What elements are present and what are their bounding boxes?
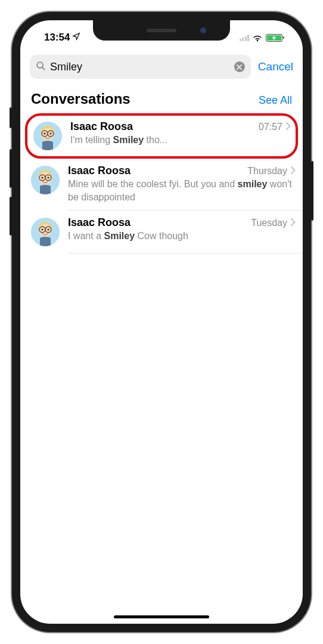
contact-name: Isaac Roosa <box>68 216 131 229</box>
timestamp: 07:57 <box>259 122 282 132</box>
screen: 13:54 <box>20 20 303 624</box>
volume-down-button <box>10 197 12 236</box>
cancel-button[interactable]: Cancel <box>258 60 293 73</box>
phone-frame: 13:54 <box>12 12 311 632</box>
status-time: 13:54 <box>44 32 70 44</box>
avatar <box>31 218 60 246</box>
svg-point-14 <box>47 177 49 178</box>
conversation-row[interactable]: Isaac Roosa Thursday Mine will be the co… <box>20 159 303 210</box>
svg-point-7 <box>44 132 45 134</box>
svg-point-20 <box>47 229 49 231</box>
clear-search-button[interactable] <box>234 61 245 72</box>
location-arrow-icon <box>72 32 80 44</box>
svg-point-19 <box>41 229 43 231</box>
search-input[interactable]: Smiley <box>50 61 230 73</box>
results-list: Isaac Roosa 07:57 I'm telling Smiley tho… <box>20 113 303 253</box>
contact-name: Isaac Roosa <box>70 120 133 133</box>
conversation-row[interactable]: Isaac Roosa 07:57 I'm telling Smiley tho… <box>25 113 298 159</box>
section-header: Conversations See All <box>20 86 303 113</box>
battery-icon <box>266 34 282 42</box>
timestamp: Thursday <box>247 166 287 177</box>
avatar <box>33 122 62 150</box>
svg-point-8 <box>49 132 51 134</box>
notch <box>93 20 230 41</box>
signal-strength-icon <box>240 34 250 41</box>
timestamp: Tuesday <box>251 218 287 228</box>
home-indicator[interactable] <box>114 615 209 618</box>
chevron-right-icon <box>291 218 296 228</box>
front-camera <box>200 27 206 33</box>
see-all-button[interactable]: See All <box>259 94 292 107</box>
wifi-icon <box>252 34 263 42</box>
search-icon <box>36 61 46 73</box>
volume-up-button <box>10 149 12 188</box>
message-preview: I'm telling Smiley tho... <box>70 134 291 147</box>
chevron-right-icon <box>286 122 291 132</box>
search-field[interactable]: Smiley <box>30 55 251 79</box>
chevron-right-icon <box>291 166 296 177</box>
power-button <box>311 161 313 221</box>
message-preview: Mine will be the coolest fyi. But you an… <box>68 178 296 203</box>
message-preview: I want a Smiley Cow though <box>68 230 296 243</box>
contact-name: Isaac Roosa <box>68 165 131 177</box>
mute-switch <box>10 107 12 128</box>
conversation-row[interactable]: Isaac Roosa Tuesday I want a Smiley Cow … <box>20 210 303 253</box>
section-title: Conversations <box>31 91 131 107</box>
speaker-grille <box>147 29 176 32</box>
svg-line-1 <box>42 67 45 69</box>
avatar <box>31 166 60 194</box>
search-row: Smiley Cancel <box>20 50 303 86</box>
svg-point-13 <box>41 177 43 178</box>
